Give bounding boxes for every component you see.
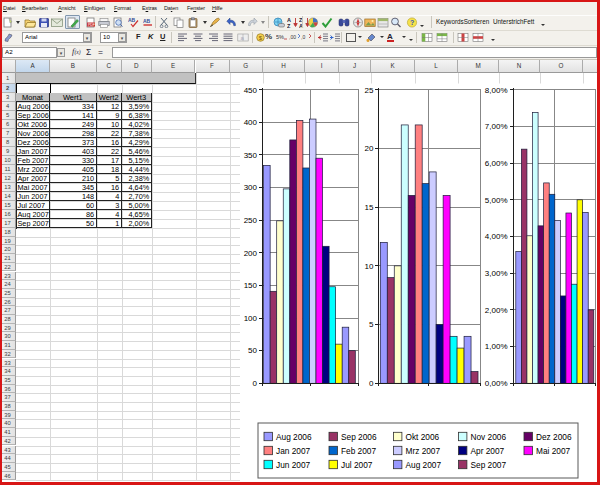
svg-text:Okt 2006: Okt 2006 xyxy=(406,432,440,442)
svg-text:1,00%: 1,00% xyxy=(485,342,508,351)
svg-text:Aug 2007: Aug 2007 xyxy=(406,460,442,470)
svg-text:2,00%: 2,00% xyxy=(485,306,508,315)
svg-text:3,00%: 3,00% xyxy=(485,269,508,278)
svg-text:Jun 2007: Jun 2007 xyxy=(276,460,311,470)
svg-text:5: 5 xyxy=(369,320,374,329)
svg-text:Mrz 2007: Mrz 2007 xyxy=(406,446,441,456)
svg-text:25: 25 xyxy=(365,86,374,95)
svg-text:Nov 2006: Nov 2006 xyxy=(471,432,507,442)
svg-text:15: 15 xyxy=(365,203,374,212)
svg-text:100: 100 xyxy=(244,314,258,323)
svg-text:6,00%: 6,00% xyxy=(485,159,508,168)
svg-text:10: 10 xyxy=(365,262,374,271)
svg-text:0: 0 xyxy=(253,379,258,388)
svg-text:5,00%: 5,00% xyxy=(485,196,508,205)
svg-text:0,00%: 0,00% xyxy=(485,379,508,388)
svg-text:Feb 2007: Feb 2007 xyxy=(341,446,376,456)
svg-text:0: 0 xyxy=(369,379,374,388)
svg-text:20: 20 xyxy=(365,144,374,153)
svg-text:300: 300 xyxy=(244,183,258,192)
svg-text:7,00%: 7,00% xyxy=(485,122,508,131)
svg-text:Dez 2006: Dez 2006 xyxy=(536,432,572,442)
svg-text:Mai 2007: Mai 2007 xyxy=(536,446,571,456)
svg-text:8,00%: 8,00% xyxy=(485,86,508,95)
svg-text:Apr 2007: Apr 2007 xyxy=(471,446,505,456)
svg-text:400: 400 xyxy=(244,118,258,127)
svg-text:350: 350 xyxy=(244,151,258,160)
svg-text:Jul 2007: Jul 2007 xyxy=(341,460,373,470)
svg-text:50: 50 xyxy=(248,346,257,355)
svg-text:Sep 2007: Sep 2007 xyxy=(471,460,507,470)
svg-text:250: 250 xyxy=(244,216,258,225)
svg-text:200: 200 xyxy=(244,249,258,258)
svg-text:450: 450 xyxy=(244,86,258,95)
svg-text:150: 150 xyxy=(244,281,258,290)
svg-text:Aug 2006: Aug 2006 xyxy=(276,432,312,442)
svg-text:4,00%: 4,00% xyxy=(485,232,508,241)
svg-text:Jan 2007: Jan 2007 xyxy=(276,446,311,456)
svg-text:Sep 2006: Sep 2006 xyxy=(341,432,377,442)
